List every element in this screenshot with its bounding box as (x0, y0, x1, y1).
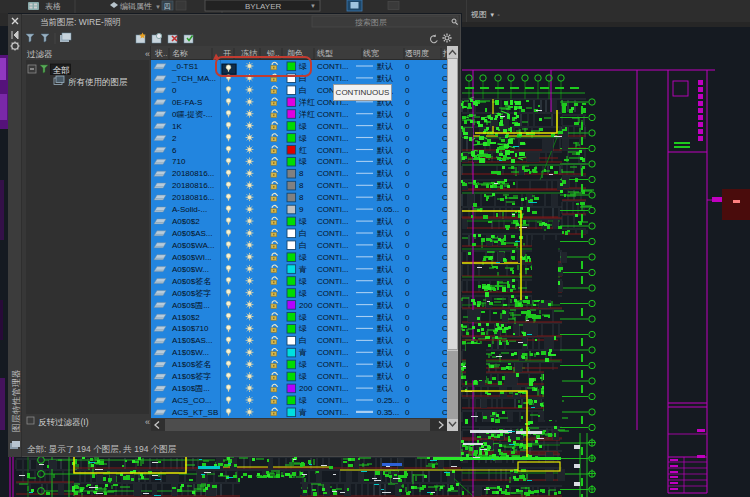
svg-text:0: 0 (405, 86, 410, 95)
svg-text:CONTI...: CONTI... (317, 336, 349, 345)
svg-text:CONTI...: CONTI... (317, 229, 349, 238)
svg-text:0.25...: 0.25... (377, 396, 399, 405)
svg-text:A0$0$WA...: A0$0$WA... (172, 241, 214, 250)
svg-text:A1$0$2: A1$0$2 (172, 313, 200, 322)
svg-text:0: 0 (405, 301, 410, 310)
svg-text:绿: 绿 (298, 277, 307, 286)
svg-text:CONTI...: CONTI... (317, 253, 349, 262)
svg-text:默认: 默认 (376, 110, 393, 119)
svg-text:0: 0 (405, 110, 410, 119)
svg-text:710: 710 (172, 157, 186, 166)
svg-text:A1$0$签字: A1$0$签字 (172, 372, 211, 381)
svg-text:默认: 默认 (376, 301, 393, 310)
svg-text:20180816...: 20180816... (172, 181, 214, 190)
svg-text:0: 0 (405, 217, 410, 226)
svg-text:0: 0 (405, 336, 410, 345)
svg-text:绿: 绿 (298, 313, 307, 322)
svg-text:8: 8 (299, 181, 304, 190)
svg-text:200: 200 (299, 301, 313, 310)
svg-text:默认: 默认 (376, 134, 393, 143)
svg-text:0: 0 (405, 253, 410, 262)
svg-text:0: 0 (405, 157, 410, 166)
svg-text:0: 0 (405, 193, 410, 202)
svg-text:红: 红 (299, 146, 307, 155)
svg-text:绿: 绿 (298, 289, 307, 298)
svg-text:默认: 默认 (376, 372, 393, 381)
svg-text:白: 白 (299, 336, 307, 345)
svg-text:青: 青 (298, 265, 307, 274)
svg-text:CONTI...: CONTI... (317, 110, 349, 119)
svg-text:绿: 绿 (298, 134, 307, 143)
svg-text:A1$0$AS...: A1$0$AS... (172, 336, 212, 345)
svg-text:CONTI...: CONTI... (317, 348, 349, 357)
svg-text:CONTI...: CONTI... (317, 181, 349, 190)
svg-text:_0-TS1: _0-TS1 (171, 62, 199, 71)
svg-text:2: 2 (172, 134, 177, 143)
svg-text:CONTI...: CONTI... (317, 324, 349, 333)
svg-text:200: 200 (299, 384, 313, 393)
svg-text:默认: 默认 (376, 181, 393, 190)
svg-text:CONTI...: CONTI... (317, 169, 349, 178)
svg-text:A0$0$AS...: A0$0$AS... (172, 229, 212, 238)
svg-text:默认: 默认 (376, 122, 393, 131)
svg-text:默认: 默认 (376, 241, 393, 250)
svg-text:0: 0 (405, 324, 410, 333)
svg-text:默认: 默认 (376, 169, 393, 178)
svg-text:A0$0$WI...: A0$0$WI... (172, 253, 212, 262)
svg-text:CONTI...: CONTI... (317, 372, 349, 381)
svg-text:默认: 默认 (376, 348, 393, 357)
svg-text:8: 8 (299, 193, 304, 202)
svg-text:默认: 默认 (376, 62, 393, 71)
svg-text:A1$0$固...: A1$0$固... (172, 384, 210, 393)
svg-text:CONTI...: CONTI... (317, 193, 349, 202)
svg-text:0: 0 (405, 372, 410, 381)
svg-text:0: 0 (405, 74, 410, 83)
svg-text:CONTI...: CONTI... (317, 384, 349, 393)
svg-text:CONTI...: CONTI... (317, 360, 349, 369)
svg-text:0: 0 (405, 205, 410, 214)
svg-text:CONTI...: CONTI... (317, 134, 349, 143)
svg-text:20180816...: 20180816... (172, 169, 214, 178)
svg-text:默认: 默认 (376, 217, 393, 226)
svg-text:CONTI...: CONTI... (317, 289, 349, 298)
svg-text:0: 0 (405, 98, 410, 107)
svg-text:A1$0$签名: A1$0$签名 (172, 360, 211, 369)
svg-text:绿: 绿 (298, 396, 307, 405)
svg-text:绿: 绿 (298, 122, 307, 131)
svg-text:A0$0$固...: A0$0$固... (172, 301, 210, 310)
svg-text:CONTI...: CONTI... (317, 396, 349, 405)
svg-text:反转过滤器(I): 反转过滤器(I) (38, 417, 89, 427)
svg-text:洋红: 洋红 (298, 98, 315, 107)
svg-text:0: 0 (405, 396, 410, 405)
svg-text:默认: 默认 (376, 193, 393, 202)
svg-text:白: 白 (299, 229, 307, 238)
svg-text:A0$0$签字: A0$0$签字 (172, 289, 211, 298)
svg-text:0: 0 (405, 384, 410, 393)
svg-text:0: 0 (405, 122, 410, 131)
svg-text:洋红: 洋红 (298, 110, 315, 119)
svg-text:CONTI...: CONTI... (317, 157, 349, 166)
svg-text:0.05...: 0.05... (377, 205, 399, 214)
svg-text:CONTI...: CONTI... (317, 277, 349, 286)
svg-text:A0$0$2: A0$0$2 (172, 217, 200, 226)
svg-text:默认: 默认 (376, 313, 393, 322)
svg-text:默认: 默认 (376, 146, 393, 155)
svg-text:绿: 绿 (298, 324, 307, 333)
svg-text:CONTI...: CONTI... (317, 241, 349, 250)
svg-text:CONTI...: CONTI... (317, 205, 349, 214)
svg-text:白: 白 (299, 241, 307, 250)
svg-text:默认: 默认 (376, 336, 393, 345)
svg-text:CONTI...: CONTI... (317, 62, 349, 71)
svg-text:默认: 默认 (376, 360, 393, 369)
svg-text:绿: 绿 (298, 360, 307, 369)
svg-text:«: « (145, 417, 150, 427)
svg-text:0: 0 (405, 181, 410, 190)
svg-text:CONTI...: CONTI... (317, 265, 349, 274)
svg-text:默认: 默认 (376, 253, 393, 262)
svg-text:CONTI...: CONTI... (317, 122, 349, 131)
svg-text:CONTI...: CONTI... (317, 74, 349, 83)
svg-text:0: 0 (405, 229, 410, 238)
svg-text:0: 0 (405, 348, 410, 357)
svg-text:A0$0$W...: A0$0$W... (172, 265, 209, 274)
svg-text:白: 白 (299, 86, 307, 95)
